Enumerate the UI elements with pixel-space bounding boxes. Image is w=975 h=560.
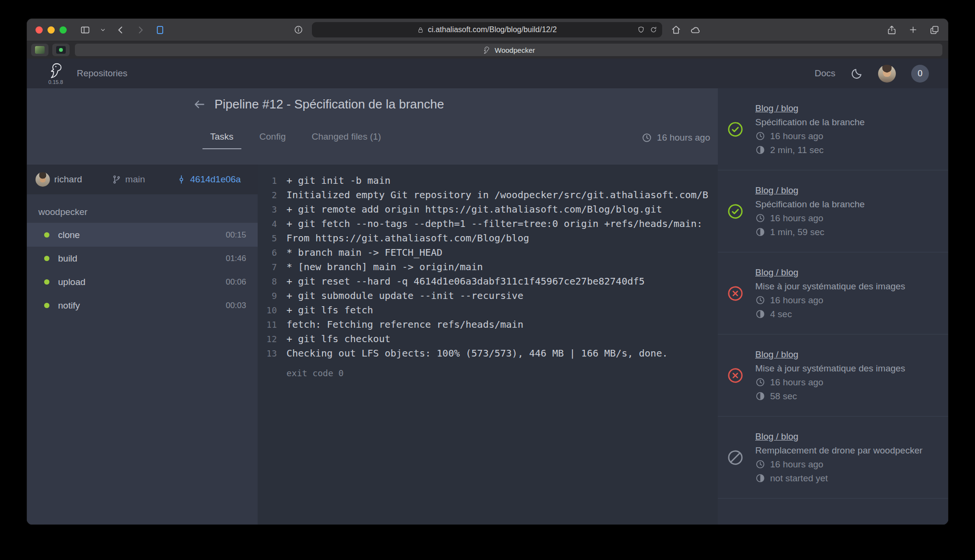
minimize-button[interactable] bbox=[48, 26, 55, 34]
build-list-item[interactable]: Blog / blog Spécification de la branche … bbox=[718, 88, 948, 170]
back-icon[interactable] bbox=[116, 25, 126, 35]
author-avatar bbox=[36, 172, 50, 187]
tab-tasks[interactable]: Tasks bbox=[202, 131, 241, 149]
tab-title: Woodpecker bbox=[495, 46, 535, 54]
build-list-item[interactable]: Blog / blog Mise à jour systématique des… bbox=[718, 334, 948, 417]
browser-window: ci.athaliasoft.com/Blog/blog/build/12/2 … bbox=[27, 19, 948, 524]
back-arrow-icon[interactable] bbox=[193, 98, 206, 111]
chevron-down-icon[interactable] bbox=[100, 27, 106, 33]
woodpecker-favicon bbox=[482, 46, 490, 54]
pinned-tab-1[interactable] bbox=[31, 44, 48, 56]
tab-changed-files[interactable]: Changed files (1) bbox=[304, 131, 389, 149]
clock-icon bbox=[755, 459, 765, 469]
browser-tab-strip: Woodpecker bbox=[27, 41, 948, 59]
log-line: 4+ git fetch --no-tags --depth=1 --filte… bbox=[258, 216, 718, 231]
build-repo-link[interactable]: Blog / blog bbox=[755, 185, 865, 196]
cloud-tabs-icon[interactable] bbox=[690, 24, 701, 36]
step-upload[interactable]: upload 00:06 bbox=[27, 270, 258, 294]
log-line: 13Checking out LFS objects: 100% (573/57… bbox=[258, 346, 718, 360]
build-message: Spécification de la branche bbox=[755, 199, 865, 210]
privacy-report-icon[interactable] bbox=[637, 26, 645, 34]
zoom-button[interactable] bbox=[59, 26, 67, 34]
step-status-dot bbox=[44, 232, 49, 238]
sidebar-toggle-icon[interactable] bbox=[80, 25, 90, 35]
log-line: 9+ git submodule update --init --recursi… bbox=[258, 288, 718, 303]
step-build[interactable]: build 01:46 bbox=[27, 247, 258, 270]
build-list-item[interactable]: Blog / blog Spécification de la branche … bbox=[718, 170, 948, 252]
home-icon[interactable] bbox=[671, 24, 681, 35]
tab-group-icon[interactable] bbox=[155, 25, 165, 35]
clock-icon bbox=[755, 377, 765, 387]
commit-branch: main bbox=[125, 174, 145, 185]
build-repo-link[interactable]: Blog / blog bbox=[755, 267, 905, 278]
log-line: 8+ git reset --hard -q 4614d1e06a3dabf31… bbox=[258, 274, 718, 288]
workflow-name: woodpecker bbox=[27, 201, 258, 223]
lock-icon bbox=[417, 26, 424, 34]
build-repo-link[interactable]: Blog / blog bbox=[755, 103, 865, 114]
build-repo-link[interactable]: Blog / blog bbox=[755, 349, 905, 360]
pinned-tab-1-favicon bbox=[35, 46, 45, 54]
clock-icon bbox=[642, 132, 652, 143]
pinned-tab-2[interactable] bbox=[52, 44, 70, 56]
pinned-tab-2-favicon bbox=[56, 46, 66, 54]
pipeline-tabs: Tasks Config Changed files (1) bbox=[202, 131, 389, 149]
duration-icon bbox=[755, 473, 765, 483]
traffic-lights bbox=[36, 26, 67, 34]
status-not-started-icon bbox=[727, 450, 743, 465]
log-line: 5From https://git.athaliasoft.com/Blog/b… bbox=[258, 231, 718, 245]
status-failure-icon bbox=[727, 286, 743, 301]
woodpecker-logo[interactable]: 0.15.8 bbox=[47, 62, 64, 85]
new-tab-icon[interactable] bbox=[908, 25, 918, 35]
browser-toolbar: ci.athaliasoft.com/Blog/blog/build/12/2 bbox=[27, 19, 948, 41]
step-notify[interactable]: notify 00:03 bbox=[27, 294, 258, 317]
log-line: 1+ git init -b main bbox=[258, 173, 718, 188]
pipeline-time-ago: 16 hours ago bbox=[642, 132, 710, 143]
build-list-item[interactable]: Blog / blog Mise à jour systématique des… bbox=[718, 252, 948, 334]
notification-badge[interactable]: 0 bbox=[911, 65, 929, 83]
step-status-dot bbox=[44, 303, 49, 308]
nav-repositories-link[interactable]: Repositories bbox=[77, 68, 128, 79]
nav-docs-link[interactable]: Docs bbox=[815, 68, 835, 79]
builds-sidebar: Blog / blog Spécification de la branche … bbox=[718, 88, 948, 524]
app-version: 0.15.8 bbox=[48, 79, 63, 85]
commit-icon bbox=[177, 175, 186, 184]
commit-author: richard bbox=[54, 174, 82, 185]
url-text: ci.athaliasoft.com/Blog/blog/build/12/2 bbox=[428, 25, 557, 34]
step-status-dot bbox=[44, 279, 49, 285]
branch-icon bbox=[112, 175, 121, 184]
log-line: 11fetch: Fetching reference refs/heads/m… bbox=[258, 317, 718, 332]
url-bar[interactable]: ci.athaliasoft.com/Blog/blog/build/12/2 bbox=[312, 22, 662, 37]
woodpecker-logo-icon bbox=[47, 62, 64, 79]
close-button[interactable] bbox=[36, 26, 43, 34]
page-info-icon[interactable] bbox=[294, 25, 303, 35]
build-message: Mise à jour systématique des images bbox=[755, 363, 905, 374]
exit-code: exit code 0 bbox=[286, 368, 718, 378]
duration-icon bbox=[755, 145, 765, 155]
log-line: 3+ git remote add origin https://git.ath… bbox=[258, 202, 718, 216]
build-list-item[interactable]: Blog / blog Remplacement de drone par wo… bbox=[718, 417, 948, 499]
reload-icon[interactable] bbox=[650, 26, 657, 34]
forward-icon[interactable] bbox=[135, 25, 145, 35]
app-body: Pipeline #12 - Spécification de la branc… bbox=[27, 88, 948, 524]
duration-icon bbox=[755, 309, 765, 319]
log-line: 10+ git lfs fetch bbox=[258, 303, 718, 317]
share-icon[interactable] bbox=[887, 25, 897, 35]
tab-config[interactable]: Config bbox=[252, 131, 294, 149]
log-output: 1+ git init -b main 2Initialized empty G… bbox=[258, 165, 718, 524]
log-line: 12+ git lfs checkout bbox=[258, 332, 718, 346]
tab-overview-icon[interactable] bbox=[929, 25, 939, 35]
clock-icon bbox=[755, 295, 765, 305]
theme-toggle-moon-icon[interactable] bbox=[851, 68, 863, 80]
commit-sha-link[interactable]: 4614d1e06a bbox=[177, 174, 241, 185]
build-repo-link[interactable]: Blog / blog bbox=[755, 431, 923, 442]
commit-bar: richard main 4614d1e06a bbox=[27, 165, 258, 194]
pipeline-header: Pipeline #12 - Spécification de la branc… bbox=[193, 97, 444, 112]
log-line: 6* branch main -> FETCH_HEAD bbox=[258, 245, 718, 260]
user-avatar[interactable] bbox=[878, 65, 896, 83]
browser-tab-woodpecker[interactable]: Woodpecker bbox=[75, 44, 942, 56]
step-clone[interactable]: clone 00:15 bbox=[27, 223, 258, 247]
steps-panel: richard main 4614d1e06a woodpecker clone… bbox=[27, 165, 258, 524]
build-message: Spécification de la branche bbox=[755, 117, 865, 128]
build-list-item[interactable]: Blog / blog bbox=[718, 499, 948, 524]
build-message: Remplacement de drone par woodpecker bbox=[755, 445, 923, 456]
